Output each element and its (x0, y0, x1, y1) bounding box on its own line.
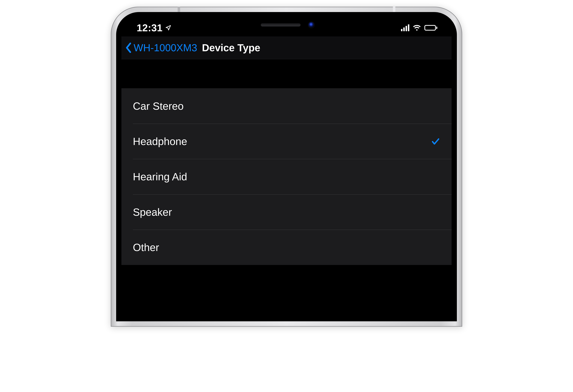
option-headphone[interactable]: Headphone (121, 124, 452, 159)
option-label: Hearing Aid (133, 171, 187, 183)
cellular-signal-icon (401, 24, 409, 31)
option-label: Car Stereo (133, 100, 184, 112)
chevron-left-icon (125, 42, 132, 53)
option-label: Other (133, 241, 159, 253)
option-car-stereo[interactable]: Car Stereo (121, 88, 452, 124)
option-hearing-aid[interactable]: Hearing Aid (121, 159, 452, 194)
option-label: Headphone (133, 135, 187, 147)
antenna-line (178, 7, 180, 12)
location-services-icon (165, 25, 171, 31)
content-area: Car Stereo Headphone Hearing Aid (121, 60, 452, 316)
iphone-frame: 12:31 (111, 7, 462, 327)
earpiece-speaker (261, 23, 301, 27)
phone-screen: 12:31 (121, 17, 452, 316)
device-type-list: Car Stereo Headphone Hearing Aid (121, 88, 452, 265)
battery-icon (424, 25, 437, 31)
page-title: Device Type (202, 42, 260, 53)
back-button[interactable]: WH-1000XM3 (125, 42, 197, 53)
checkmark-icon (431, 137, 440, 146)
navigation-bar: WH-1000XM3 Device Type (121, 36, 452, 59)
back-label: WH-1000XM3 (134, 42, 197, 53)
option-speaker[interactable]: Speaker (121, 194, 452, 230)
option-label: Speaker (133, 206, 172, 218)
wifi-icon (413, 24, 421, 31)
front-camera (308, 22, 314, 28)
phone-bezel: 12:31 (116, 12, 457, 321)
option-other[interactable]: Other (121, 230, 452, 265)
antenna-line (393, 7, 395, 12)
display-notch (214, 17, 359, 33)
status-time: 12:31 (137, 22, 163, 34)
